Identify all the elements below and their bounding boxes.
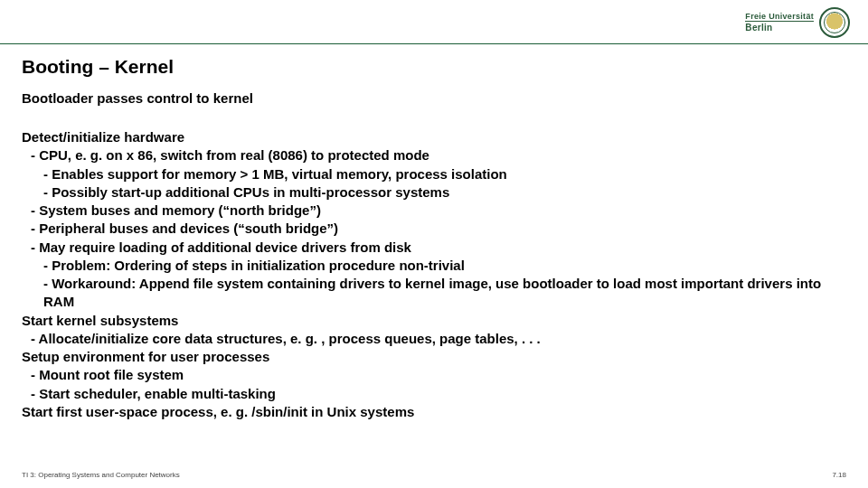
university-name-bottom: Berlin [745, 21, 814, 33]
body-line: Setup environment for user processes [22, 348, 846, 366]
header-divider [0, 43, 868, 44]
university-logo-block: Freie Universität Berlin [745, 7, 850, 38]
university-name: Freie Universität Berlin [745, 13, 814, 33]
body-line: - Workaround: Append file system contain… [43, 275, 846, 312]
footer-page-number: 7.18 [832, 471, 846, 479]
body-line: Start first user-space process, e. g. /s… [22, 403, 846, 421]
body-line: - Allocate/initialize core data structur… [31, 330, 846, 348]
university-seal-icon [819, 7, 850, 38]
body-line: - Mount root file system [31, 366, 846, 384]
body-line: Start kernel subsystems [22, 312, 846, 330]
body-line: Detect/initialize hardware [22, 128, 846, 146]
slide-body: Detect/initialize hardware - CPU, e. g. … [22, 128, 846, 421]
body-line: - CPU, e. g. on x 86, switch from real (… [31, 146, 846, 164]
slide-subtitle: Bootloader passes control to kernel [22, 90, 253, 106]
body-line: - Peripheral buses and devices (“south b… [31, 220, 846, 238]
slide: Freie Universität Berlin Booting – Kerne… [0, 0, 868, 488]
body-line: - May require loading of additional devi… [31, 239, 846, 257]
footer-course: TI 3: Operating Systems and Computer Net… [22, 471, 180, 479]
university-name-top: Freie Universität [745, 13, 814, 22]
body-line: - Start scheduler, enable multi-tasking [31, 385, 846, 403]
body-line: - Enables support for memory > 1 MB, vir… [43, 165, 846, 183]
slide-title: Booting – Kernel [22, 56, 174, 78]
body-line: - System buses and memory (“north bridge… [31, 202, 846, 220]
body-line: - Problem: Ordering of steps in initiali… [43, 257, 846, 275]
body-line: - Possibly start-up additional CPUs in m… [43, 183, 846, 202]
